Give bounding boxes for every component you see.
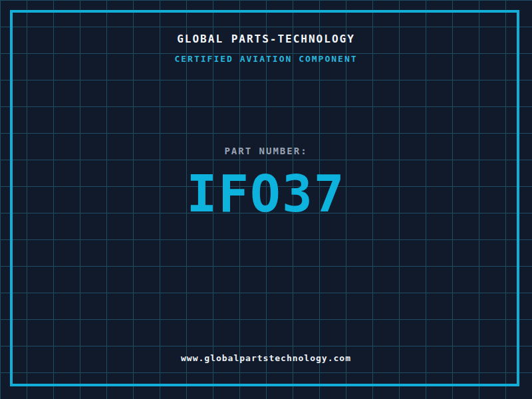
certification-tagline: CERTIFIED AVIATION COMPONENT [0, 54, 532, 64]
company-name: GLOBAL PARTS-TECHNOLOGY [0, 33, 532, 45]
website-url: www.globalpartstechnology.com [0, 353, 532, 363]
part-number-label: PART NUMBER: [0, 146, 532, 156]
part-number-value: IFO37 [0, 169, 532, 219]
